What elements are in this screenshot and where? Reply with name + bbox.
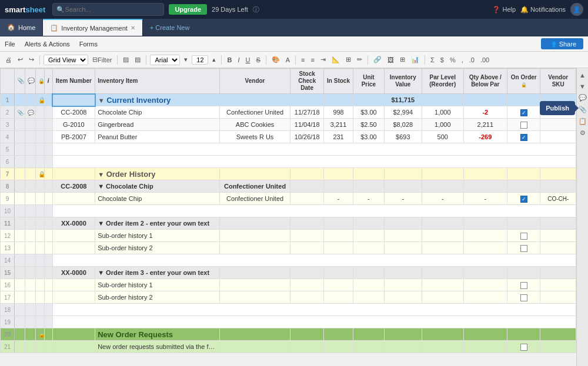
currency-icon[interactable]: $ [439, 55, 446, 65]
checkbox-checked[interactable] [520, 109, 527, 116]
right-panel-attachments-icon[interactable]: 📎 [577, 105, 588, 115]
align-left-icon[interactable]: ▤ [121, 55, 131, 65]
font-size-input[interactable] [192, 55, 208, 65]
row-inventory-item[interactable]: Sub-order history 1 [95, 230, 220, 242]
row-item-number[interactable] [52, 230, 95, 242]
share-button[interactable]: 👥 Share [541, 38, 583, 49]
row-stock-date[interactable] [290, 193, 323, 205]
row-inventory-item[interactable]: Sub-order history 1 [95, 279, 220, 291]
italic-button[interactable]: I [236, 55, 241, 65]
fill-color-icon[interactable]: 🎨 [270, 55, 282, 65]
col-qty-above-header[interactable]: Qty Above / Below Par [463, 69, 507, 94]
right-panel-settings-icon[interactable]: ⚙ [579, 128, 587, 138]
menu-alerts[interactable]: Alerts & Actions [25, 41, 70, 48]
row-vendor[interactable]: Confectioner United [219, 106, 290, 119]
row-in-stock[interactable]: - [323, 193, 353, 205]
row-qty-above[interactable]: - [463, 193, 507, 205]
row-on-order[interactable] [507, 131, 540, 143]
row-qty-above[interactable]: 2,211 [463, 119, 507, 131]
menu-forms[interactable]: Forms [79, 41, 98, 48]
col-vendor-header[interactable]: Vendor [219, 69, 290, 94]
row-on-order[interactable] [507, 279, 540, 291]
comma-icon[interactable]: , [460, 55, 465, 65]
row-qty-above[interactable] [463, 94, 507, 106]
bold-button[interactable]: B [225, 55, 233, 65]
row-unit-price[interactable]: $3.00 [353, 106, 384, 119]
row-qty-above[interactable]: -2 [463, 106, 507, 119]
row-inventory-item[interactable]: Chocolate Chip [95, 106, 220, 119]
row-on-order[interactable] [507, 230, 540, 242]
menu-file[interactable]: File [5, 41, 15, 48]
row-item-number[interactable] [52, 193, 95, 205]
row-item-number[interactable] [52, 328, 95, 341]
right-panel-collapse-icon[interactable]: ▼ [578, 82, 587, 91]
notifications-button[interactable]: 🔔 Notifications [520, 6, 566, 14]
row-par-level[interactable]: 1,000 [422, 119, 464, 131]
toolbar-redo-icon[interactable]: ↪ [27, 55, 36, 65]
row-stock-date[interactable]: 11/27/18 [290, 106, 323, 119]
row-vendor[interactable]: Sweets R Us [219, 131, 290, 143]
row-inventory-item[interactable]: New Order Requests [95, 328, 220, 341]
row-item-number[interactable] [52, 279, 95, 291]
row-vendor-sku[interactable] [540, 131, 576, 143]
row-inv-value[interactable]: $8,028 [384, 119, 422, 131]
row-empty-cell[interactable] [52, 254, 576, 267]
row-item-number[interactable]: PB-2007 [52, 131, 95, 143]
col-vendor-sku-header[interactable]: Vendor SKU [540, 69, 576, 94]
row-inventory-item[interactable]: New order requests submitted via the for… [95, 341, 220, 353]
col-par-level-header[interactable]: Par Level (Reorder) [422, 69, 464, 94]
row-inv-value[interactable]: $2,994 [384, 106, 422, 119]
table-icon[interactable]: ⊞ [398, 55, 407, 65]
row-stock-date[interactable] [290, 94, 323, 106]
row-on-order[interactable] [507, 341, 540, 353]
row-item-number[interactable] [52, 242, 95, 254]
row-on-order[interactable] [507, 119, 540, 131]
col-inventory-item-header[interactable]: Inventory Item [95, 69, 220, 94]
row-inv-value[interactable]: $11,715 [384, 94, 422, 106]
sum-icon[interactable]: Σ [429, 55, 436, 65]
row-item-number[interactable]: CC-2008 [52, 180, 95, 193]
row-attach[interactable]: 📎 [15, 106, 25, 119]
font-size-down-icon[interactable]: ▾ [182, 55, 189, 65]
decimal-increase-icon[interactable]: .00 [479, 55, 491, 65]
font-selector[interactable]: Arial [150, 55, 180, 65]
text-color-icon[interactable]: A [284, 55, 292, 65]
indent-icon[interactable]: ⇥ [319, 55, 328, 65]
upgrade-button[interactable]: Upgrade [169, 4, 207, 15]
row-item-number[interactable] [52, 341, 95, 353]
col-unit-price-header[interactable]: Unit Price [353, 69, 384, 94]
grid-icon[interactable]: ⊞ [344, 55, 353, 65]
publish-popup[interactable]: Publish [540, 101, 575, 115]
row-inv-value[interactable]: - [384, 193, 422, 205]
col-in-stock-header[interactable]: In Stock [323, 69, 353, 94]
row-inventory-item[interactable]: Sub-order history 2 [95, 291, 220, 304]
help-button[interactable]: ❓ Help [492, 6, 516, 14]
row-on-order[interactable] [507, 106, 540, 119]
row-comment[interactable]: 💬 [25, 106, 36, 119]
row-inventory-item[interactable]: ▼ Current Inventory [95, 94, 220, 106]
checkbox-unchecked[interactable] [520, 282, 527, 289]
filter-button[interactable]: ⊟ Filter [91, 55, 113, 65]
col-item-number-header[interactable]: Item Number [52, 69, 95, 94]
row-empty-cell[interactable] [52, 156, 576, 168]
row-inv-value[interactable]: $693 [384, 131, 422, 143]
paint-icon[interactable]: ✏ [355, 55, 364, 65]
row-par-level[interactable]: 500 [422, 131, 464, 143]
row-vendor-sku[interactable]: CO-CH- [540, 193, 576, 205]
toolbar-undo-icon[interactable]: ↩ [16, 55, 25, 65]
row-empty-cell[interactable] [52, 316, 576, 328]
checkbox-checked[interactable] [520, 134, 527, 141]
row-par-level[interactable] [422, 94, 464, 106]
row-item-number[interactable] [52, 94, 95, 106]
row-in-stock[interactable]: 998 [323, 106, 353, 119]
row-inventory-item[interactable]: Peanut Butter [95, 131, 220, 143]
row-on-order[interactable] [507, 242, 540, 254]
create-new-button[interactable]: + Create New [143, 24, 197, 31]
row-in-stock[interactable]: 231 [323, 131, 353, 143]
row-vendor[interactable]: Confectioner United [219, 180, 290, 193]
row-inventory-item[interactable]: Sub-order history 2 [95, 242, 220, 254]
row-par-level[interactable]: - [422, 193, 464, 205]
col-inv-value-header[interactable]: Inventory Value [384, 69, 422, 94]
image-icon[interactable]: 🖼 [386, 55, 396, 65]
decimal-decrease-icon[interactable]: .0 [467, 55, 476, 65]
